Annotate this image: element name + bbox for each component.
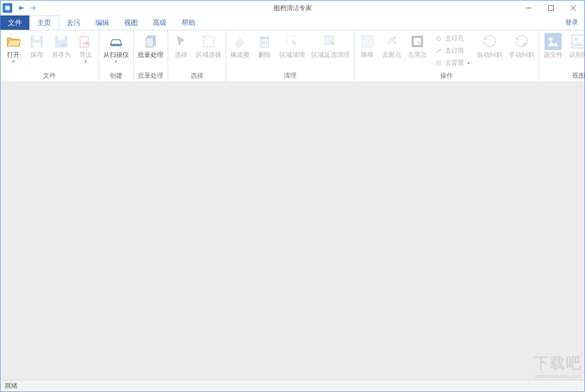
app-icon bbox=[3, 3, 12, 13]
svg-point-34 bbox=[549, 37, 553, 41]
batch-button[interactable]: 批量处理 bbox=[135, 32, 167, 61]
broom-area-icon bbox=[284, 33, 301, 50]
dropdown-icon: ▾ bbox=[85, 60, 87, 64]
deblack-button: 去黑边 bbox=[405, 32, 430, 61]
open-label: 打开 bbox=[7, 51, 20, 60]
undo-button[interactable] bbox=[17, 4, 25, 12]
maximize-button[interactable] bbox=[540, 1, 562, 15]
window-controls bbox=[517, 1, 584, 15]
export-label: 导出 bbox=[79, 51, 92, 60]
manualskew-label: 手动纠斜 bbox=[509, 51, 534, 60]
saveas-label: 另存为 bbox=[52, 51, 71, 60]
area-clean-label: 区域清理 bbox=[279, 51, 305, 60]
area-select-label: 区域选择 bbox=[196, 51, 221, 60]
deblack-icon bbox=[409, 33, 426, 50]
title-bar: 图档清洁专家 bbox=[1, 1, 584, 15]
tab-file[interactable]: 文件 bbox=[1, 15, 29, 30]
recognize-image-icon bbox=[570, 33, 585, 50]
svg-rect-31 bbox=[436, 60, 442, 66]
scanner-label: 从扫描仪 bbox=[103, 51, 129, 60]
export-button: 导出 ▾ bbox=[74, 32, 97, 65]
export-icon bbox=[77, 33, 94, 50]
close-button[interactable] bbox=[562, 1, 584, 15]
status-text: 就绪 bbox=[5, 381, 18, 390]
denoise-button: 降噪 bbox=[356, 32, 379, 61]
select-label: 选择 bbox=[175, 51, 187, 60]
select-button: 选择 bbox=[169, 32, 193, 61]
svg-point-23 bbox=[364, 38, 365, 39]
manualskew-icon bbox=[513, 33, 530, 50]
svg-point-26 bbox=[369, 44, 370, 45]
folder-open-icon bbox=[5, 33, 22, 50]
small-ops-column: 去订孔 去订痕 去背景▾ bbox=[430, 32, 474, 70]
svg-point-24 bbox=[368, 40, 369, 41]
source-image-icon bbox=[545, 33, 562, 50]
dropdown-icon: ▾ bbox=[12, 60, 14, 64]
autoskew-button: 自动纠斜 bbox=[474, 32, 506, 61]
group-select-label: 选择 bbox=[169, 70, 225, 82]
open-button[interactable]: 打开 ▾ bbox=[2, 32, 25, 65]
source-view-button: 源文件 bbox=[540, 32, 566, 61]
dropdown-icon: ▾ bbox=[115, 60, 117, 64]
group-create: 从扫描仪 ▾ 创建 bbox=[99, 30, 134, 82]
svg-point-30 bbox=[437, 37, 441, 40]
denoise-label: 降噪 bbox=[361, 51, 374, 60]
svg-point-36 bbox=[574, 37, 578, 41]
debg-icon bbox=[434, 59, 443, 68]
save-icon bbox=[28, 33, 45, 50]
recognize-label: 识别图 bbox=[569, 51, 585, 60]
tab-bar: 文件 主页 去污 编辑 视图 高级 帮助 登录 bbox=[1, 15, 584, 30]
group-clean: 橡皮擦 删除 区域清理 区域反选清理 清理 bbox=[226, 30, 355, 82]
scanner-icon bbox=[108, 33, 125, 50]
svg-point-27 bbox=[393, 36, 396, 39]
autoskew-label: 自动纠斜 bbox=[477, 51, 502, 60]
tab-decontaminate[interactable]: 去污 bbox=[59, 15, 88, 30]
group-select: 选择 区域选择 选择 bbox=[168, 30, 226, 82]
delete-button: 删除 bbox=[253, 32, 276, 61]
tab-home[interactable]: 主页 bbox=[29, 15, 59, 30]
group-create-label: 创建 bbox=[100, 70, 132, 82]
cursor-icon bbox=[172, 33, 189, 50]
denoise-icon bbox=[359, 33, 376, 50]
login-link[interactable]: 登录 bbox=[559, 15, 584, 30]
manualskew-button: 手动纠斜 bbox=[506, 32, 538, 61]
group-operate-label: 操作 bbox=[356, 70, 538, 82]
tab-advanced[interactable]: 高级 bbox=[145, 15, 174, 30]
scanner-button[interactable]: 从扫描仪 ▾ bbox=[100, 32, 132, 65]
group-batch-label: 批量处理 bbox=[135, 70, 167, 82]
saveas-icon bbox=[53, 33, 70, 50]
save-label: 保存 bbox=[30, 51, 43, 60]
source-label: 源文件 bbox=[543, 51, 563, 60]
deblack-label: 去黑边 bbox=[408, 51, 427, 60]
group-file-label: 文件 bbox=[2, 70, 97, 82]
dropdown-icon: ▾ bbox=[467, 61, 469, 65]
despeckle-button: 去斑点 bbox=[379, 32, 405, 61]
document-canvas bbox=[1, 82, 584, 380]
despeckle-icon bbox=[383, 33, 400, 50]
minimize-button[interactable] bbox=[517, 1, 540, 15]
batch-icon bbox=[142, 33, 159, 50]
group-view-label: 视图 bbox=[540, 70, 585, 82]
area-clean-button: 区域清理 bbox=[276, 32, 308, 61]
group-clean-label: 清理 bbox=[227, 70, 353, 82]
recognize-view-button: 识别图 bbox=[566, 32, 585, 61]
group-operate: 降噪 去斑点 去黑边 去订孔 去订痕 去背景▾ 自动纠斜 手动纠斜 bbox=[355, 30, 539, 82]
svg-point-25 bbox=[366, 43, 367, 44]
destaple-label: 去订痕 bbox=[445, 46, 464, 55]
save-button: 保存 bbox=[25, 32, 48, 61]
tab-edit[interactable]: 编辑 bbox=[88, 15, 117, 30]
svg-rect-11 bbox=[111, 44, 122, 46]
redo-button[interactable] bbox=[29, 4, 38, 12]
svg-rect-7 bbox=[33, 43, 40, 47]
group-view: 源文件 识别图 结果图 视图 bbox=[539, 30, 585, 82]
group-file: 打开 ▾ 保存 另存为 导出 ▾ 文件 bbox=[1, 30, 99, 82]
broom-inverse-icon bbox=[322, 33, 339, 50]
despeckle-label: 去斑点 bbox=[382, 51, 401, 60]
dehole-button: 去订孔 bbox=[432, 33, 472, 44]
eraser-button: 橡皮擦 bbox=[227, 32, 253, 61]
inverse-clean-button: 区域反选清理 bbox=[308, 32, 353, 61]
batch-label: 批量处理 bbox=[138, 51, 163, 60]
tab-view[interactable]: 视图 bbox=[117, 15, 145, 30]
marquee-icon bbox=[200, 33, 217, 50]
tab-help[interactable]: 帮助 bbox=[174, 15, 203, 30]
